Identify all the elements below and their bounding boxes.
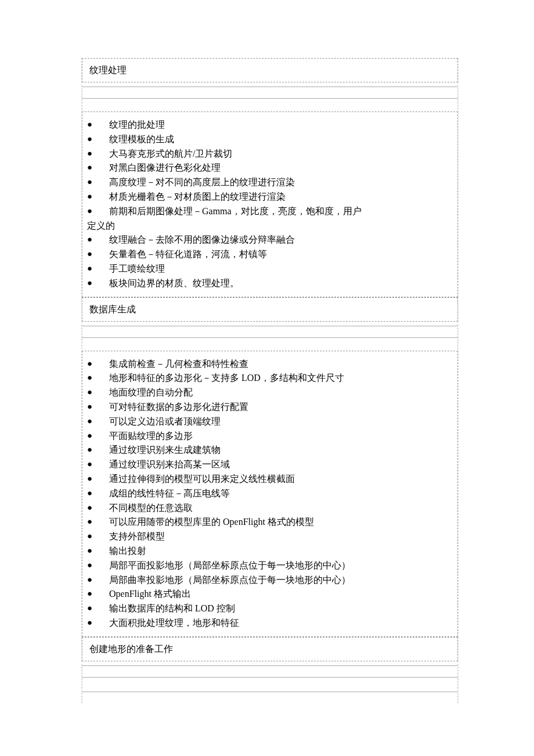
section-title: 创建地形的准备工作 — [89, 644, 173, 654]
content-box-2: ●集成前检查－几何检查和特性检查 ●地形和特征的多边形化－支持多 LOD，多结构… — [82, 351, 458, 637]
list-item: ●OpenFlight 格式输出 — [86, 587, 454, 602]
list-item: ●纹理模板的生成 — [86, 132, 454, 147]
bullet-icon: ● — [86, 276, 109, 290]
bullet-icon: ● — [86, 147, 109, 160]
item-text: 不同模型的任意选取 — [109, 501, 454, 516]
list-item: ●矢量着色－特征化道路，河流，村镇等 — [86, 247, 454, 262]
item-text: 可以定义边沿或者顶端纹理 — [109, 415, 454, 429]
bullet-icon: ● — [86, 458, 109, 471]
list-item: ●局部平面投影地形（局部坐标原点位于每一块地形的中心） — [86, 559, 454, 573]
spacer — [82, 664, 458, 689]
list-item: ●纹理融合－去除不用的图像边缘或分辩率融合 — [86, 233, 454, 247]
list-item: ●可以定义边沿或者顶端纹理 — [86, 415, 454, 429]
item-text: 板块间边界的材质、纹理处理。 — [109, 276, 454, 291]
bullet-icon: ● — [86, 472, 109, 485]
item-text: 输出数据库的结构和 LOD 控制 — [109, 602, 454, 616]
bullet-icon: ● — [86, 204, 109, 218]
list-item: ●不同模型的任意选取 — [86, 501, 454, 516]
list-item: ●大马赛克形式的航片/卫片裁切 — [86, 147, 454, 161]
bullet-icon: ● — [86, 175, 109, 189]
bullet-icon: ● — [86, 602, 109, 615]
item-text: 高度纹理－对不同的高度层上的纹理进行渲染 — [109, 175, 454, 190]
list-item: ●支持外部模型 — [86, 530, 454, 544]
spacer — [82, 690, 458, 703]
item-text: 输出投射 — [109, 544, 454, 559]
list-item: ●高度纹理－对不同的高度层上的纹理进行渲染 — [86, 175, 454, 190]
spacer — [82, 325, 458, 349]
bullet-icon: ● — [86, 400, 109, 413]
bullet-icon: ● — [86, 573, 109, 586]
list-item: ●局部曲率投影地形（局部坐标原点位于每一块地形的中心） — [86, 573, 454, 588]
list-item: ●手工喷绘纹理 — [86, 262, 454, 276]
item-text: 对黑白图像进行色彩化处理 — [109, 161, 454, 175]
continuation-text: 定义的 — [86, 219, 454, 233]
bullet-icon: ● — [86, 429, 109, 442]
list-item: ●集成前检查－几何检查和特性检查 — [86, 357, 454, 372]
item-text: 前期和后期图像处理－Gamma，对比度，亮度，饱和度，用户 — [109, 204, 454, 219]
item-text: 大面积批处理纹理，地形和特征 — [109, 616, 454, 631]
list-item: ●对黑白图像进行色彩化处理 — [86, 161, 454, 175]
section-header-1: 纹理处理 — [82, 58, 458, 82]
bullet-icon: ● — [86, 118, 109, 131]
list-item: ●输出数据库的结构和 LOD 控制 — [86, 602, 454, 616]
spacer — [82, 85, 458, 110]
list-item: ●可对特征数据的多边形化进行配置 — [86, 400, 454, 415]
item-text: 地面纹理的自动分配 — [109, 386, 454, 400]
bullet-icon: ● — [86, 587, 109, 600]
item-text: 矢量着色－特征化道路，河流，村镇等 — [109, 247, 454, 262]
bullet-icon: ● — [86, 190, 109, 203]
list-item: ●成组的线性特征－高压电线等 — [86, 487, 454, 501]
item-text: 通过纹理识别来生成建筑物 — [109, 443, 454, 458]
section-title: 纹理处理 — [89, 65, 127, 75]
bullet-icon: ● — [86, 487, 109, 500]
bullet-icon: ● — [86, 415, 109, 428]
item-text: 通过拉伸得到的模型可以用来定义线性横截面 — [109, 472, 454, 487]
list-item: ●地形和特征的多边形化－支持多 LOD，多结构和文件尺寸 — [86, 371, 454, 386]
section-header-3: 创建地形的准备工作 — [82, 637, 458, 661]
list-item: ●材质光栅着色－对材质图上的纹理进行渲染 — [86, 190, 454, 204]
bullet-icon: ● — [86, 371, 109, 384]
section-title: 数据库生成 — [89, 304, 136, 314]
item-text: 手工喷绘纹理 — [109, 262, 454, 276]
bullet-icon: ● — [86, 501, 109, 514]
item-text: 平面贴纹理的多边形 — [109, 429, 454, 444]
list-item: ●输出投射 — [86, 544, 454, 559]
list-item: ●通过纹理识别来生成建筑物 — [86, 443, 454, 458]
item-text: 材质光栅着色－对材质图上的纹理进行渲染 — [109, 190, 454, 204]
bullet-icon: ● — [86, 616, 109, 629]
bullet-icon: ● — [86, 161, 109, 174]
item-text: 可对特征数据的多边形化进行配置 — [109, 400, 454, 415]
bullet-icon: ● — [86, 515, 109, 528]
item-text: 通过纹理识别来抬高某一区域 — [109, 458, 454, 472]
bullet-icon: ● — [86, 233, 109, 246]
item-text: 纹理模板的生成 — [109, 132, 454, 147]
list-item: ●通过纹理识别来抬高某一区域 — [86, 458, 454, 472]
bullet-icon: ● — [86, 559, 109, 572]
list-item: ●板块间边界的材质、纹理处理。 — [86, 276, 454, 291]
item-text: 纹理的批处理 — [109, 118, 454, 132]
item-text: OpenFlight 格式输出 — [109, 587, 454, 602]
bullet-icon: ● — [86, 443, 109, 456]
list-item: ●纹理的批处理 — [86, 118, 454, 132]
bullet-icon: ● — [86, 132, 109, 146]
bullet-icon: ● — [86, 544, 109, 557]
item-text: 集成前检查－几何检查和特性检查 — [109, 357, 454, 372]
item-text: 纹理融合－去除不用的图像边缘或分辩率融合 — [109, 233, 454, 247]
item-text: 地形和特征的多边形化－支持多 LOD，多结构和文件尺寸 — [109, 371, 454, 386]
list-item: ●平面贴纹理的多边形 — [86, 429, 454, 444]
item-text: 支持外部模型 — [109, 530, 454, 544]
list-item: ●前期和后期图像处理－Gamma，对比度，亮度，饱和度，用户 — [86, 204, 454, 219]
bullet-icon: ● — [86, 530, 109, 543]
item-text: 成组的线性特征－高压电线等 — [109, 487, 454, 501]
list-item: ●大面积批处理纹理，地形和特征 — [86, 616, 454, 631]
item-text: 大马赛克形式的航片/卫片裁切 — [109, 147, 454, 161]
bullet-icon: ● — [86, 357, 109, 370]
bullet-icon: ● — [86, 262, 109, 275]
list-item: ●地面纹理的自动分配 — [86, 386, 454, 400]
list-item: ●可以应用随带的模型库里的 OpenFlight 格式的模型 — [86, 515, 454, 530]
list-item: ●通过拉伸得到的模型可以用来定义线性横截面 — [86, 472, 454, 487]
content-box-1: ●纹理的批处理 ●纹理模板的生成 ●大马赛克形式的航片/卫片裁切 ●对黑白图像进… — [82, 111, 458, 297]
section-header-2: 数据库生成 — [82, 297, 458, 322]
item-text: 局部平面投影地形（局部坐标原点位于每一块地形的中心） — [109, 559, 454, 573]
bullet-icon: ● — [86, 386, 109, 399]
